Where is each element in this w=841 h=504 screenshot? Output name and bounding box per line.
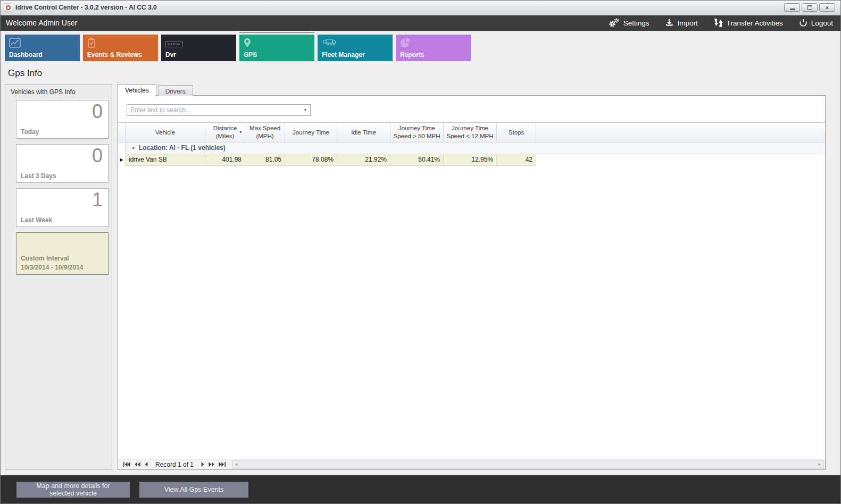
nav-tile-label: Events & Reviews [87, 51, 142, 58]
nav-tile-events-reviews[interactable]: Events & Reviews [83, 35, 158, 61]
close-icon: × [826, 5, 829, 11]
vehicles-table: Vehicle Distance (Miles)▼ Max Speed (MPH… [118, 122, 825, 166]
maximize-button[interactable] [802, 3, 818, 12]
search-dropdown-button[interactable]: ▼ [301, 105, 310, 115]
row-indicator-header [118, 123, 126, 142]
col-header-journey-time[interactable]: Journey Time [285, 123, 337, 142]
cell-max-speed: 81.05 [245, 154, 285, 166]
col-header-vehicle[interactable]: Vehicle [126, 123, 205, 142]
trucks-icon [322, 38, 337, 49]
horizontal-scrollbar[interactable]: ◄ ► [232, 460, 824, 469]
card-last-week-label: Last Week [21, 216, 52, 224]
scroll-right-icon[interactable]: ► [818, 462, 822, 467]
search-area: ▼ [118, 96, 825, 120]
cell-journey-gt50: 50.41% [390, 154, 444, 166]
group-label: Location: Al - FL (1 vehicles) [139, 144, 226, 152]
next-page-button[interactable] [206, 462, 217, 467]
card-custom-interval-label: Custom Interval 10/3/2014 - 10/9/2014 [21, 254, 83, 271]
col-header-stops[interactable]: Stops [497, 123, 536, 142]
cell-journey-time: 78.08% [285, 154, 337, 166]
nav-tile-fleet-manager[interactable]: Fleet Manager [318, 35, 393, 61]
minimize-button[interactable] [784, 3, 800, 12]
nav-tile-label: Dvr [165, 51, 176, 58]
app-logo-icon [4, 3, 12, 12]
topbar-actions: Settings Import [608, 18, 833, 28]
card-last-3-days-value: 0 [92, 145, 103, 167]
nav-tile-label: Dashboard [9, 51, 43, 58]
table-empty-space [118, 166, 825, 459]
tab-strip: Vehicles Drivers [118, 84, 826, 96]
col-header-journey-gt50[interactable]: Journey Time Speed > 50 MPH [390, 123, 444, 142]
last-record-button[interactable] [217, 462, 228, 467]
table-row-idrive-van-sb[interactable]: ▶ idrive Van SB 401.98 81.05 78.08% 21.9… [118, 154, 825, 166]
card-today-label: Today [21, 128, 39, 136]
sort-dropdown-icon[interactable]: ▼ [239, 130, 243, 135]
title-bar: Idrive Control Center - 3.0.2 version - … [1, 1, 840, 15]
previous-record-button[interactable] [143, 462, 150, 467]
card-today[interactable]: 0 Today [16, 100, 109, 139]
view-all-gps-events-button[interactable]: View All Gps Events [139, 482, 248, 498]
card-custom-interval[interactable]: Custom Interval 10/3/2014 - 10/9/2014 [16, 232, 109, 275]
content-area: Vehicles with GPS Info 0 Today 0 Last 3 … [1, 84, 840, 471]
previous-page-button[interactable] [132, 462, 143, 467]
cell-distance: 401.98 [205, 154, 245, 166]
search-combobox: ▼ [127, 104, 311, 116]
search-input[interactable] [127, 105, 301, 115]
first-record-button[interactable] [121, 462, 132, 467]
transfer-activities-button[interactable]: Transfer Activities [714, 18, 783, 28]
page-title: Gps Info [8, 68, 840, 79]
nav-tile-dvr[interactable]: MERGE Dvr [161, 35, 236, 61]
row-filler [536, 154, 825, 166]
cell-idle-time: 21.92% [337, 154, 390, 166]
cell-journey-lt12: 12.95% [444, 154, 497, 166]
minimize-icon [790, 9, 795, 10]
nav-tiles: Dashboard Events & Reviews MERGE Dvr [1, 31, 840, 61]
map-details-button[interactable]: Map and more details for selected vehicl… [16, 482, 130, 498]
import-label: Import [677, 19, 697, 27]
window-title: Idrive Control Center - 3.0.2 version - … [15, 4, 157, 11]
card-last-week-value: 1 [92, 189, 103, 211]
record-count-text: Record 1 of 1 [155, 461, 194, 468]
maximize-icon [807, 5, 812, 10]
welcome-bar: Welcome Admin User Settings [1, 15, 840, 31]
scroll-left-icon[interactable]: ◄ [234, 462, 238, 467]
col-header-journey-lt12[interactable]: Journey Time Speed < 12 MPH [444, 123, 497, 142]
card-last-3-days-label: Last 3 Days [21, 172, 56, 180]
logout-button[interactable]: Logout [799, 19, 833, 27]
tab-drivers[interactable]: Drivers [158, 85, 193, 96]
nav-tile-reports[interactable]: Reports [396, 35, 471, 61]
card-today-value: 0 [92, 100, 103, 123]
card-last-week[interactable]: 1 Last Week [16, 188, 109, 227]
close-button[interactable]: × [819, 3, 835, 12]
power-icon [799, 19, 807, 27]
transfer-activities-label: Transfer Activities [727, 19, 783, 27]
header-filler [536, 123, 825, 142]
import-button[interactable]: Import [665, 19, 697, 27]
settings-label: Settings [623, 19, 650, 27]
next-record-button[interactable] [199, 462, 206, 467]
location-pin-icon [244, 38, 251, 51]
settings-button[interactable]: Settings [608, 18, 650, 28]
welcome-text: Welcome Admin User [6, 19, 77, 27]
clipboard-check-icon [87, 38, 96, 51]
location-group-row[interactable]: ▾ Location: Al - FL (1 vehicles) [118, 142, 825, 154]
card-last-3-days[interactable]: 0 Last 3 Days [16, 144, 109, 183]
row-arrow-icon: ▶ [120, 157, 123, 162]
nav-tile-label: Reports [400, 51, 424, 58]
nav-tile-dashboard[interactable]: Dashboard [5, 35, 80, 61]
app-window: Idrive Control Center - 3.0.2 version - … [0, 0, 841, 504]
window-controls: × [784, 3, 837, 12]
group-indicator-cell [118, 142, 126, 154]
table-header-row: Vehicle Distance (Miles)▼ Max Speed (MPH… [118, 122, 825, 142]
col-header-max-speed[interactable]: Max Speed (MPH) [245, 123, 285, 142]
transfer-icon [714, 18, 723, 28]
nav-tile-gps[interactable]: GPS [239, 35, 314, 61]
sidebar-title: Vehicles with GPS Info [5, 85, 112, 100]
main-area: Vehicles Drivers ▼ Vehicle Distance (Mil… [118, 84, 826, 471]
col-header-distance[interactable]: Distance (Miles)▼ [205, 123, 245, 142]
chevron-down-icon: ▼ [304, 108, 307, 112]
collapse-caret-icon[interactable]: ▾ [132, 145, 135, 151]
gps-info-sidebar: Vehicles with GPS Info 0 Today 0 Last 3 … [5, 84, 112, 471]
tab-vehicles[interactable]: Vehicles [118, 84, 156, 96]
col-header-idle-time[interactable]: Idle Time [337, 123, 390, 142]
